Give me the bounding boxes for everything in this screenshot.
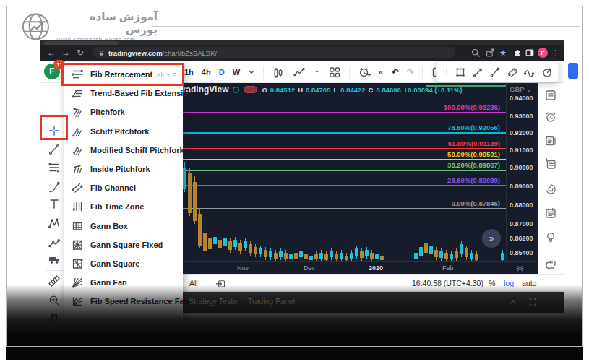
text-notes-icon[interactable] bbox=[543, 157, 558, 171]
icons-tool-icon[interactable] bbox=[47, 252, 61, 266]
time-tick: Nov bbox=[237, 264, 249, 272]
menu-item-fib-channel[interactable]: Fib Channel bbox=[64, 178, 183, 197]
menu-item-gann-square[interactable]: Gann Square bbox=[64, 254, 183, 273]
calendar-icon[interactable] bbox=[543, 206, 558, 220]
expand-panel-icon[interactable] bbox=[528, 297, 538, 307]
text-tool-icon[interactable] bbox=[47, 196, 61, 211]
layout-grid-icon[interactable] bbox=[328, 66, 341, 79]
fib-level-line-0[interactable] bbox=[183, 112, 506, 113]
curves-icon[interactable] bbox=[523, 66, 536, 79]
timeframe-4h[interactable]: 4h bbox=[202, 68, 211, 77]
redo-icon[interactable]: ↷ bbox=[407, 67, 414, 77]
timeframe-d[interactable]: D bbox=[219, 68, 225, 77]
chevron-up-icon[interactable] bbox=[508, 297, 518, 307]
alerts-clock-icon[interactable] bbox=[543, 110, 558, 124]
chart-pane[interactable]: 100.00%(0.93236)78.60%(0.92056)61.80%(0.… bbox=[183, 83, 538, 261]
ellipse-arrow-icon[interactable] bbox=[541, 66, 554, 79]
selection-rect-icon[interactable] bbox=[454, 66, 467, 79]
fib-level-line-5[interactable] bbox=[183, 185, 506, 186]
menu-item-gann-fan[interactable]: Gann Fan bbox=[64, 273, 183, 292]
source-toggle-dot-icon[interactable] bbox=[233, 87, 239, 93]
measure-ruler-tool-icon[interactable] bbox=[47, 274, 61, 288]
chevron-down-icon[interactable]: ⌄ bbox=[526, 85, 532, 93]
lock-drawings-tool-icon[interactable] bbox=[47, 332, 61, 346]
price-tick: 0.90000 bbox=[510, 164, 533, 171]
menu-item-fib-time-zone[interactable]: Fib Time Zone bbox=[64, 197, 183, 216]
price-tick: 0.92000 bbox=[510, 129, 533, 136]
candle-body bbox=[188, 173, 192, 213]
bookmark-star-icon[interactable]: ★ bbox=[499, 45, 507, 61]
watchlist-icon[interactable] bbox=[543, 88, 558, 103]
brush-tool-icon[interactable] bbox=[47, 180, 61, 194]
chevron-down-icon[interactable] bbox=[314, 69, 320, 75]
price-tick: 0.89000 bbox=[510, 183, 533, 190]
back-icon[interactable]: ← bbox=[44, 48, 59, 58]
price-tick: 0.94000 bbox=[510, 95, 533, 102]
goto-date-icon[interactable] bbox=[215, 278, 226, 289]
log-scale-button[interactable]: log bbox=[504, 279, 514, 287]
undo-icon[interactable]: ↶ bbox=[392, 67, 399, 77]
fib-level-line-1[interactable] bbox=[183, 132, 506, 134]
replay-icon[interactable]: « bbox=[379, 67, 384, 77]
menu-item-label: Fib Speed Resistance Fan bbox=[90, 297, 189, 306]
public-chat-icon[interactable] bbox=[543, 259, 558, 273]
avatar[interactable]: F bbox=[538, 45, 548, 61]
reload-icon[interactable]: ↻ bbox=[73, 48, 87, 58]
kebab-menu-icon[interactable]: ⋮ bbox=[551, 45, 559, 61]
timeframe-w[interactable]: W bbox=[233, 68, 240, 77]
fib-level-line-2[interactable] bbox=[183, 148, 506, 150]
scroll-right-button[interactable]: » bbox=[482, 229, 501, 248]
menu-item-pitchfork[interactable]: Pitchfork bbox=[64, 103, 183, 121]
url-bar[interactable]: tradingview.com/chart/bZsSALSK/ bbox=[93, 47, 455, 58]
timeframe-1h[interactable]: 1h bbox=[184, 68, 194, 77]
publish-button-sliver[interactable] bbox=[568, 63, 578, 79]
candle-body bbox=[355, 248, 358, 256]
site-watermark: آموزش ساده بورس www.Amoozesh-Boors.com bbox=[20, 9, 158, 45]
fib-level-line-3[interactable] bbox=[183, 159, 506, 160]
zoom-magnifier-icon[interactable] bbox=[470, 45, 481, 61]
menu-item-modified-schiff-pitchfork[interactable]: Modified Schiff Pitchfork bbox=[64, 141, 183, 160]
menu-item-inside-pitchfork[interactable]: Inside Pitchfork bbox=[64, 160, 183, 178]
tab-trading-panel[interactable]: Trading Panel bbox=[248, 297, 295, 306]
sidebar-toggle-icon[interactable] bbox=[525, 45, 535, 61]
auto-scale-button[interactable]: auto bbox=[522, 279, 536, 287]
menu-item-trend-based-fib-extension[interactable]: Trend-Based Fib Extension bbox=[64, 84, 183, 103]
tab-strategy-tester[interactable]: Strategy Tester bbox=[189, 297, 239, 306]
candle-body bbox=[340, 253, 343, 259]
menu-item-gann-box[interactable]: Gann Box bbox=[64, 217, 183, 235]
alert-plus-icon[interactable] bbox=[358, 66, 371, 79]
chart-plot[interactable]: 100.00%(0.93236)78.60%(0.92056)61.80%(0.… bbox=[183, 83, 506, 261]
time-axis[interactable]: NovDec2020Feb bbox=[183, 261, 538, 274]
menu-item-fib-speed-resistance-fan[interactable]: Fib Speed Resistance Fan bbox=[64, 292, 183, 311]
arrow-line-icon[interactable] bbox=[471, 66, 484, 79]
fib-level-line-4[interactable] bbox=[183, 170, 506, 171]
extensions-puzzle-icon[interactable] bbox=[512, 45, 522, 61]
chevron-down-icon[interactable] bbox=[248, 69, 255, 76]
fib-level-line-6[interactable] bbox=[183, 208, 506, 209]
gear-icon[interactable] bbox=[515, 264, 525, 273]
menu-item-gann-square-fixed[interactable]: Gann Square Fixed bbox=[64, 235, 183, 254]
fib-retracement-tool-icon[interactable] bbox=[47, 160, 61, 175]
indicators-icon[interactable] bbox=[293, 66, 306, 79]
parallel-channel-icon[interactable] bbox=[506, 66, 519, 79]
prediction-tool-icon[interactable] bbox=[47, 235, 61, 250]
clock-text[interactable]: 16:40:58 (UTC+4:30) bbox=[412, 279, 483, 287]
percent-scale-button[interactable]: % bbox=[489, 279, 495, 287]
source-toggle-pill-icon[interactable] bbox=[244, 86, 257, 93]
ideas-bulb-icon[interactable] bbox=[543, 230, 558, 244]
trend-line-icon[interactable] bbox=[489, 66, 502, 79]
hotlist-icon[interactable] bbox=[543, 182, 558, 196]
crosshair-icon[interactable] bbox=[47, 124, 61, 138]
trend-line-tool-icon[interactable] bbox=[47, 142, 61, 157]
forward-icon[interactable]: → bbox=[59, 48, 73, 58]
xabcd-tool-icon[interactable] bbox=[47, 216, 61, 230]
share-icon[interactable] bbox=[485, 45, 495, 61]
candles-style-icon[interactable] bbox=[272, 66, 285, 79]
zoom-in-tool-icon[interactable] bbox=[47, 293, 61, 308]
news-icon[interactable] bbox=[543, 134, 558, 148]
menu-item-fib-retracement[interactable]: Fib RetracementAlt + F bbox=[64, 65, 183, 84]
price-axis-currency[interactable]: GBP ⌄ bbox=[510, 85, 532, 93]
range-all-button[interactable]: All bbox=[189, 279, 198, 287]
menu-item-schiff-pitchfork[interactable]: Schiff Pitchfork bbox=[64, 122, 183, 141]
magnet-tool-icon[interactable] bbox=[47, 312, 61, 326]
